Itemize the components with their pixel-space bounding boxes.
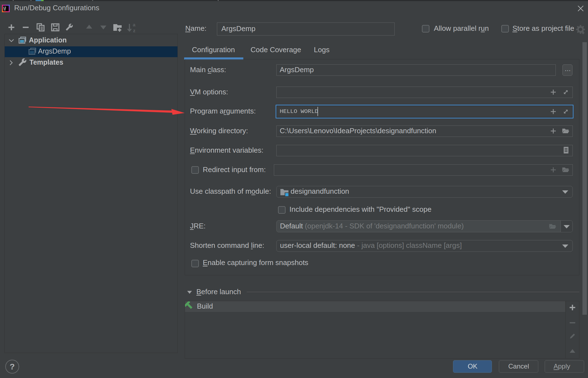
svg-text:?: ? xyxy=(10,362,15,371)
svg-text:a: a xyxy=(133,22,136,27)
svg-text:IJ: IJ xyxy=(4,6,6,9)
svg-text:z: z xyxy=(133,28,136,33)
